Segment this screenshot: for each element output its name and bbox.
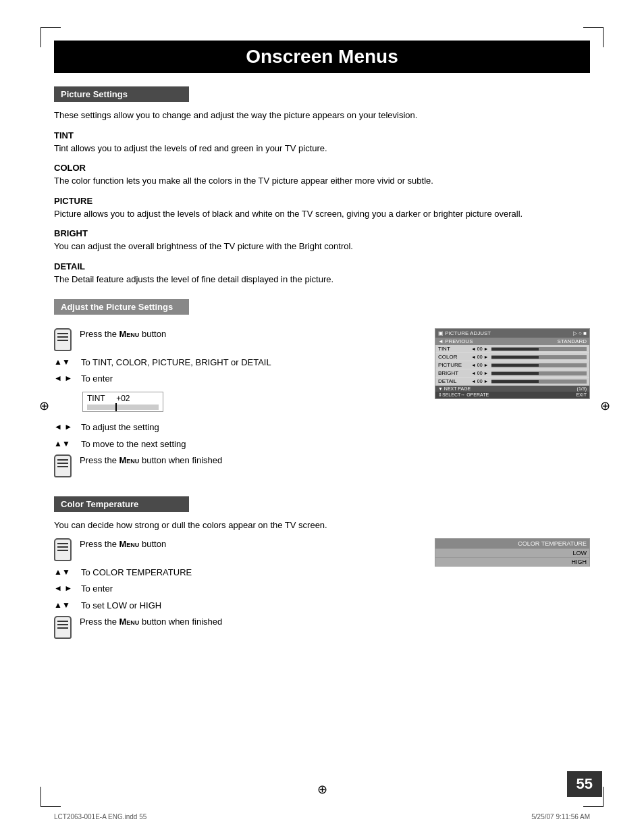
section-header-picture: Picture Settings xyxy=(54,86,189,102)
footer-right: 5/25/07 9:11:56 AM xyxy=(531,813,590,820)
instr-text-5: To move to the next setting xyxy=(81,438,186,450)
tv-label-bright: BRIGHT xyxy=(438,370,468,376)
tv-bar-bright xyxy=(491,371,587,375)
ct-arrow-updown-2: ▲▼ xyxy=(54,600,74,611)
menu-line xyxy=(57,627,68,629)
footer-left: LCT2063-001E-A ENG.indd 55 xyxy=(54,813,146,820)
tv-menu-standard: STANDARD xyxy=(558,338,587,344)
menu-icon-2 xyxy=(54,454,72,477)
tv-exit: EXIT xyxy=(576,392,587,398)
adjust-layout: Press the Menu button ▲▼ To TINT, COLOR,… xyxy=(54,328,590,483)
tv-row-color: COLOR ◄ 00 ► xyxy=(435,353,589,361)
ct-arrow-updown-1: ▲▼ xyxy=(54,567,74,578)
ct-instr-row-5: Press the Menu button when finished xyxy=(54,616,421,639)
instr-text-3: To enter xyxy=(81,373,113,385)
corner-mark-tl xyxy=(41,27,41,47)
tint-box: TINT +02 xyxy=(82,392,163,412)
tv-row-detail: DETAIL ◄ 00 ► xyxy=(435,377,589,386)
ct-menu-icon-2 xyxy=(54,616,72,639)
corner-mark-tr xyxy=(603,27,603,47)
crosshair-left-mid: ⊕ xyxy=(39,398,49,413)
label-bright: BRIGHT xyxy=(54,228,590,238)
adjust-instructions: Press the Menu button ▲▼ To TINT, COLOR,… xyxy=(54,328,421,483)
corner-mark-bl xyxy=(41,787,41,807)
instr-text-4: To adjust the setting xyxy=(81,421,159,434)
corner-mark-br-h xyxy=(583,806,603,807)
section-header-adjust: Adjust the Picture Settings xyxy=(54,299,189,315)
menu-icon-1 xyxy=(54,328,72,351)
page-number: 55 xyxy=(567,771,602,797)
instr-text-2: To TINT, COLOR, PICTURE, BRIGHT or DETAI… xyxy=(81,357,271,369)
crosshair-top: ⊕ xyxy=(317,39,327,54)
page-footer: LCT2063-001E-A ENG.indd 55 5/25/07 9:11:… xyxy=(54,813,590,820)
label-color: COLOR xyxy=(54,163,590,173)
menu-line xyxy=(57,336,68,338)
section-color-temp: Color Temperature You can decide how str… xyxy=(54,496,590,644)
ct-instr-row-1: Press the Menu button xyxy=(54,538,421,561)
tv-menu-ct: COLOR TEMPERATURE LOW HIGH xyxy=(435,538,590,644)
tv-menu-previous: ◄ PREVIOUS xyxy=(438,338,473,344)
tv-ct-row-high: HIGH xyxy=(435,557,589,566)
instr-row-6: Press the Menu button when finished xyxy=(54,454,421,477)
tv-arrows-bright: ◄ 00 ► xyxy=(471,371,489,375)
color-temp-instructions: Press the Menu button ▲▼ To COLOR TEMPER… xyxy=(54,538,421,644)
corner-mark-bl-h xyxy=(41,806,61,807)
menu-line xyxy=(57,333,68,334)
tv-arrows-picture: ◄ 00 ► xyxy=(471,363,489,367)
arrow-updown-2: ▲▼ xyxy=(54,438,74,450)
instr-row-1: Press the Menu button xyxy=(54,328,421,351)
section-picture-settings: Picture Settings These settings allow yo… xyxy=(54,86,590,286)
tv-footer-2: ⇕SELECT↔ OPERATE EXIT xyxy=(435,392,589,398)
tv-menu-sub: ◄ PREVIOUS STANDARD xyxy=(435,338,589,345)
tv-row-bright: BRIGHT ◄ 00 ► xyxy=(435,369,589,377)
arrow-leftright-1: ◄ ► xyxy=(54,373,74,384)
corner-mark-tl-h xyxy=(41,27,61,28)
section-adjust-picture: Adjust the Picture Settings Press the Me… xyxy=(54,299,590,483)
crosshair-bottom: ⊕ xyxy=(317,782,327,797)
menu-line xyxy=(57,550,68,551)
menu-line xyxy=(57,463,68,464)
crosshair-right-mid: ⊕ xyxy=(600,398,610,413)
label-tint: TINT xyxy=(54,130,590,140)
tv-arrows-tint: ◄ 00 ► xyxy=(471,346,489,351)
text-tint: Tint allows you to adjust the levels of … xyxy=(54,142,590,155)
tv-menu-adjust: ▣ PICTURE ADJUST ▷ ○ ■ ◄ PREVIOUS STANDA… xyxy=(435,328,590,483)
tv-row-tint: TINT ◄ 00 ► xyxy=(435,345,589,353)
tv-label-tint: TINT xyxy=(438,346,468,352)
tv-bar-color xyxy=(491,355,587,359)
section-header-color-temp: Color Temperature xyxy=(54,496,189,512)
ct-instr-text-3: To enter xyxy=(81,583,113,595)
menu-line xyxy=(57,546,68,548)
menu-line xyxy=(57,340,68,341)
tv-label-picture: PICTURE xyxy=(438,362,468,368)
tint-slider xyxy=(87,405,159,410)
corner-mark-tr-h xyxy=(583,27,603,28)
color-temp-layout: Press the Menu button ▲▼ To COLOR TEMPER… xyxy=(54,538,590,644)
instr-row-5: ▲▼ To move to the next setting xyxy=(54,438,421,450)
ct-instr-row-4: ▲▼ To set LOW or HIGH xyxy=(54,600,421,612)
text-picture: Picture allows you to adjust the levels … xyxy=(54,207,590,221)
instr-row-4: ◄ ► To adjust the setting xyxy=(54,421,421,434)
tv-label-detail: DETAIL xyxy=(438,378,468,384)
tv-menu-color-temp: COLOR TEMPERATURE LOW HIGH xyxy=(435,538,590,567)
tv-bar-tint xyxy=(491,347,587,351)
tv-arrows-detail: ◄ 00 ► xyxy=(471,379,489,384)
instr-row-2: ▲▼ To TINT, COLOR, PICTURE, BRIGHT or DE… xyxy=(54,357,421,369)
instr-row-3: ◄ ► To enter xyxy=(54,373,421,385)
tv-bar-detail xyxy=(491,380,587,384)
text-detail: The Detail feature adjusts the level of … xyxy=(54,273,590,286)
tint-slider-handle xyxy=(115,403,117,411)
ct-arrow-lr-1: ◄ ► xyxy=(54,583,74,594)
tint-value: +02 xyxy=(116,394,130,403)
ct-instr-text-4: To set LOW or HIGH xyxy=(81,600,161,612)
tv-arrows-color: ◄ 00 ► xyxy=(471,355,489,359)
picture-settings-intro: These settings allow you to change and a… xyxy=(54,109,590,122)
tv-ct-row-low: LOW xyxy=(435,548,589,557)
tv-select-op: ⇕SELECT↔ OPERATE xyxy=(438,392,489,398)
tint-label: TINT xyxy=(87,394,105,403)
ct-instr-row-2: ▲▼ To COLOR TEMPERATURE xyxy=(54,567,421,579)
corner-mark-br xyxy=(603,787,603,807)
label-detail: DETAIL xyxy=(54,261,590,271)
menu-line xyxy=(57,466,68,467)
tv-menu-title-row: ▣ PICTURE ADJUST ▷ ○ ■ xyxy=(435,329,589,338)
